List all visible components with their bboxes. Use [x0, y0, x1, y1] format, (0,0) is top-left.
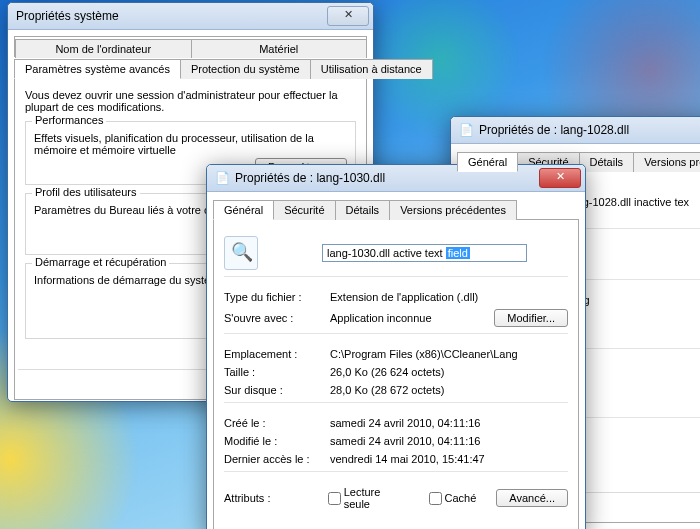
profiles-legend: Profil des utilisateurs [32, 186, 140, 198]
filename-field[interactable]: lang-1030.dll active text field [322, 244, 527, 262]
window-lang-1030: 📄 Propriétés de : lang-1030.dll ✕ Généra… [206, 164, 586, 529]
open-label: S'ouvre avec : [224, 312, 330, 324]
disk-label: Sur disque : [224, 384, 330, 396]
tab-versions[interactable]: Versions précédentes [633, 152, 700, 172]
content-1030: Général Sécurité Détails Versions précéd… [207, 192, 585, 529]
startup-legend: Démarrage et récupération [32, 256, 169, 268]
attr-label: Attributs : [224, 492, 324, 504]
titlebar-1028[interactable]: 📄 Propriétés de : lang-1028.dll [451, 117, 700, 144]
access-label: Dernier accès le : [224, 453, 330, 465]
created-label: Créé le : [224, 417, 330, 429]
tabstrip-1030: Général Sécurité Détails Versions précéd… [213, 200, 579, 220]
type-val: Extension de l'application (.dll) [330, 291, 568, 303]
tabstrip-row2: Paramètres système avancés Protection du… [14, 59, 367, 79]
tab-protection[interactable]: Protection du système [180, 59, 311, 79]
file-icon: 📄 [459, 123, 473, 137]
tab-computer-name[interactable]: Nom de l'ordinateur [15, 39, 192, 58]
close-button[interactable]: ✕ [327, 6, 369, 26]
readonly-check[interactable]: Lecture seule [324, 486, 405, 510]
tab-general[interactable]: Général [457, 152, 518, 172]
window-title: Propriétés système [16, 9, 327, 23]
tab-advanced[interactable]: Paramètres système avancés [14, 59, 181, 79]
filename-field[interactable]: lang-1028.dll inactive tex [568, 188, 689, 222]
open-val: Application inconnue [330, 312, 494, 324]
window-title: Propriétés de : lang-1028.dll [479, 123, 700, 137]
modified-val: samedi 24 avril 2010, 04:11:16 [330, 435, 568, 447]
titlebar-1030[interactable]: 📄 Propriétés de : lang-1030.dll ✕ [207, 165, 585, 192]
tab-security[interactable]: Sécurité [273, 200, 335, 220]
tab-general[interactable]: Général [213, 200, 274, 220]
tab-pane-1030: lang-1030.dll active text field Type du … [213, 220, 579, 529]
loc-label: Emplacement : [224, 348, 330, 360]
window-title: Propriétés de : lang-1030.dll [235, 171, 539, 185]
tab-hardware[interactable]: Matériel [191, 39, 368, 58]
tab-details[interactable]: Détails [579, 152, 635, 172]
close-button[interactable]: ✕ [539, 168, 581, 188]
modified-label: Modifié le : [224, 435, 330, 447]
tab-remote[interactable]: Utilisation à distance [310, 59, 433, 79]
type-label: Type du fichier : [224, 291, 330, 303]
tab-versions[interactable]: Versions précédentes [389, 200, 517, 220]
advanced-button[interactable]: Avancé... [496, 489, 568, 507]
tabstrip-row1: Nom de l'ordinateur Matériel [15, 39, 366, 57]
document-icon [224, 236, 258, 270]
tab-details[interactable]: Détails [335, 200, 391, 220]
access-val: vendredi 14 mai 2010, 15:41:47 [330, 453, 568, 465]
loc-val: C:\Program Files (x86)\CCleaner\Lang [330, 348, 568, 360]
created-val: samedi 24 avril 2010, 04:11:16 [330, 417, 568, 429]
perf-text: Effets visuels, planification du process… [34, 132, 347, 156]
hidden-check[interactable]: Caché [425, 489, 477, 508]
size-label: Taille : [224, 366, 330, 378]
size-val: 26,0 Ko (26 624 octets) [330, 366, 568, 378]
perf-legend: Performances [32, 114, 106, 126]
filename-selection: field [446, 247, 470, 259]
titlebar-sys[interactable]: Propriétés système ✕ [8, 3, 373, 30]
file-icon: 📄 [215, 171, 229, 185]
modify-button[interactable]: Modifier... [494, 309, 568, 327]
intro-text: Vous devez ouvrir une session d'administ… [25, 89, 356, 113]
disk-val: 28,0 Ko (28 672 octets) [330, 384, 568, 396]
